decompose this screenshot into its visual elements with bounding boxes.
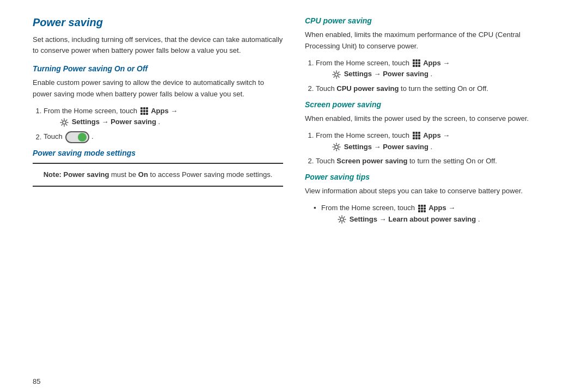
- screen-settings-icon: [332, 143, 341, 151]
- cpu-step1-text: From the Home screen, touch: [316, 59, 412, 67]
- turning-steps-list: From the Home screen, touch Apps → Setti…: [33, 106, 283, 144]
- tips-bullet-text: From the Home screen, touch: [321, 204, 417, 212]
- period1: .: [158, 118, 161, 126]
- screen-settings-label: Settings: [344, 143, 372, 151]
- arrow2: →: [102, 118, 111, 126]
- tips-section-title: Power saving tips: [305, 173, 555, 181]
- screen-step2-prefix: Touch: [316, 157, 336, 165]
- power-saving-label: Power saving: [111, 118, 156, 126]
- screen-section-title: Screen power saving: [305, 100, 555, 109]
- cpu-power-saving-label: Power saving: [383, 70, 428, 78]
- cpu-steps-list: From the Home screen, touch Apps → Setti…: [305, 58, 555, 95]
- svg-point-1: [335, 73, 338, 76]
- page-number: 85: [33, 377, 40, 385]
- toggle-knob: [78, 133, 87, 142]
- note-text: must be: [111, 170, 138, 179]
- intro-text: Set actions, including turning off servi…: [33, 34, 283, 56]
- tips-bullet-list: From the Home screen, touch Apps → Setti…: [305, 203, 555, 225]
- page-footer: 85: [0, 373, 588, 392]
- screen-section-body: When enabled, limits the power used by t…: [305, 113, 555, 125]
- screen-period: .: [431, 143, 433, 151]
- cpu-step1: From the Home screen, touch Apps → Setti…: [316, 58, 555, 81]
- screen-steps-list: From the Home screen, touch Apps → Setti…: [305, 130, 555, 167]
- arrow1: →: [170, 107, 177, 115]
- tips-settings-row: Settings → Learn about power saving .: [338, 214, 555, 225]
- cpu-power-saving-touch: CPU power saving: [336, 84, 399, 93]
- on-bold: On: [138, 170, 148, 179]
- right-column: CPU power saving When enabled, limits th…: [305, 16, 555, 362]
- cpu-section-body: When enabled, limits the maximum perform…: [305, 29, 555, 52]
- left-column: Power saving Set actions, including turn…: [33, 16, 283, 362]
- cpu-arrow2: →: [374, 70, 383, 78]
- screen-arrow1: →: [443, 131, 450, 139]
- toggle-switch-icon: [65, 131, 89, 143]
- note-box: Note: Power saving must be On to access …: [33, 163, 283, 187]
- settings-label: Settings: [72, 118, 100, 126]
- screen-step2: Touch Screen power saving to turn the se…: [316, 156, 555, 167]
- touch-label: Touch: [44, 133, 64, 141]
- cpu-apps-label: Apps: [423, 59, 443, 67]
- svg-point-3: [340, 218, 344, 221]
- settings-row: Settings → Power saving .: [60, 117, 283, 128]
- screen-step2-suffix: to turn the setting On or Off.: [409, 157, 497, 165]
- cpu-step2-suffix: to turn the setting On or Off.: [401, 84, 488, 93]
- section-turning-body: Enable custom power saving to allow the …: [33, 77, 283, 100]
- tips-bullet-item: From the Home screen, touch Apps → Setti…: [314, 203, 555, 225]
- cpu-step2-prefix: Touch: [316, 84, 336, 93]
- apps-grid-icon-cpu: [413, 59, 420, 67]
- settings-icon: [60, 118, 69, 127]
- svg-point-2: [335, 145, 338, 149]
- list-item: From the Home screen, touch Apps → Setti…: [44, 106, 283, 128]
- power-saving-bold: Power saving: [64, 170, 109, 179]
- svg-point-0: [63, 121, 66, 124]
- cpu-arrow1: →: [443, 59, 450, 67]
- tips-apps-label: Apps: [428, 204, 448, 212]
- note-label: Note:: [44, 170, 64, 179]
- section-mode-title: Power saving mode settings: [33, 149, 283, 157]
- tips-settings-label: Settings: [350, 215, 377, 223]
- step1-text: From the Home screen, touch: [44, 107, 139, 115]
- screen-power-saving-label: Power saving: [383, 143, 428, 151]
- cpu-settings-icon: [332, 70, 341, 79]
- apps-grid-icon: [140, 107, 148, 115]
- page-title: Power saving: [33, 16, 283, 29]
- cpu-period: .: [431, 70, 433, 78]
- section-turning-title: Turning Power saving On or Off: [33, 64, 283, 73]
- cpu-settings-label: Settings: [344, 70, 372, 78]
- screen-step1-text: From the Home screen, touch: [316, 131, 412, 139]
- screen-power-saving-touch: Screen power saving: [336, 157, 407, 165]
- list-item-2: Touch .: [44, 131, 283, 143]
- cpu-section-title: CPU power saving: [305, 16, 555, 25]
- apps-label: Apps: [151, 107, 170, 115]
- screen-settings-row: Settings → Power saving .: [332, 142, 555, 153]
- screen-apps-label: Apps: [423, 131, 443, 139]
- tips-period: .: [478, 215, 480, 223]
- apps-grid-icon-tips: [418, 205, 426, 212]
- tips-learn-label: Learn about power saving: [388, 215, 476, 223]
- tips-section-body: View information about steps you can tak…: [305, 186, 555, 197]
- tips-arrow1: →: [448, 204, 455, 212]
- cpu-step2: Touch CPU power saving to turn the setti…: [316, 83, 555, 95]
- cpu-settings-row: Settings → Power saving .: [332, 69, 555, 80]
- screen-arrow2: →: [374, 143, 383, 151]
- tips-arrow2: →: [379, 215, 389, 223]
- screen-step1: From the Home screen, touch Apps → Setti…: [316, 130, 555, 153]
- apps-grid-icon-screen: [413, 132, 420, 139]
- note-text-2: to access Power saving mode settings.: [150, 170, 273, 179]
- tips-settings-icon: [338, 215, 346, 224]
- period2: .: [91, 133, 94, 141]
